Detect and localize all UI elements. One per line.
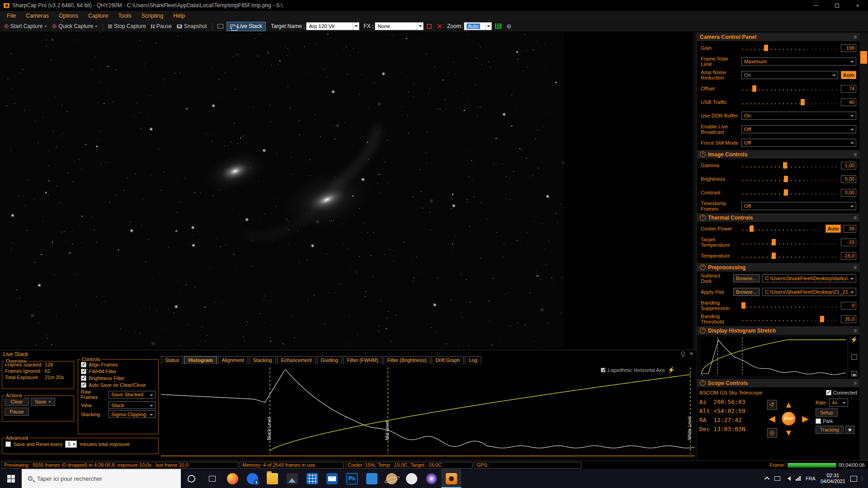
collapse-icon[interactable] [700, 215, 706, 221]
target-temp-value[interactable]: -15 [841, 239, 856, 246]
frame-rate-select[interactable]: Maximum [741, 57, 856, 66]
menu-capture[interactable]: Capture [83, 12, 113, 20]
taskbar-app-white[interactable] [401, 469, 421, 488]
task-view-button[interactable] [202, 469, 222, 488]
close-button[interactable]: × [847, 0, 868, 11]
brightness-value[interactable]: 0,00 [841, 175, 856, 183]
clear-button[interactable]: Clear [5, 398, 29, 406]
menu-icon[interactable] [854, 151, 857, 158]
menu-help[interactable]: Help [168, 12, 190, 20]
taskbar-app-planetarium[interactable] [382, 469, 401, 488]
tab-filter-brightness[interactable]: Filter (Brightness) [383, 356, 431, 364]
checkbox[interactable] [601, 368, 605, 372]
amp-noise-auto-button[interactable]: Auto [841, 71, 856, 79]
slew-right-button[interactable]: ▶ [802, 414, 809, 423]
subtract-dark-browse-button[interactable]: Browse... [733, 274, 760, 282]
tab-status[interactable]: Status [161, 356, 183, 364]
tab-guiding[interactable]: Guiding [317, 356, 342, 364]
star-icon[interactable]: ★ [845, 426, 854, 434]
stacking-select[interactable]: Sigma Clipping [108, 410, 156, 418]
amp-noise-select[interactable]: On [741, 71, 838, 79]
minutes-spinner[interactable]: 5 [65, 441, 77, 448]
cooler-power-value[interactable]: 39 [844, 225, 856, 233]
tab-alignment[interactable]: Alignment [218, 356, 248, 364]
menu-tools[interactable]: Tools [113, 12, 136, 20]
fwhm-filter-checkbox[interactable]: FWHM Filter [81, 369, 156, 374]
start-capture-button[interactable]: Start Capture [2, 22, 49, 30]
quick-capture-button[interactable]: Quick Capture [50, 22, 99, 30]
target-temp-slider[interactable] [741, 239, 838, 245]
tracking-button[interactable]: Tracking [816, 426, 844, 434]
collapse-icon[interactable] [700, 328, 706, 333]
snapshot-button[interactable]: Snapshot [175, 22, 209, 30]
selection-area-button[interactable] [425, 23, 434, 30]
menu-icon[interactable] [854, 215, 857, 221]
save-reset-checkbox[interactable] [5, 441, 11, 447]
taskbar-app-blue[interactable] [362, 469, 382, 488]
reset-stretch-icon[interactable] [851, 354, 857, 360]
display-icon[interactable] [774, 476, 780, 481]
black-level-label[interactable]: Black Level [267, 417, 272, 440]
reticle-button[interactable]: ⊕ [505, 22, 514, 30]
language-indicator[interactable]: FRA [806, 476, 816, 481]
auto-stretch-icon[interactable] [668, 367, 675, 373]
taskbar-search[interactable]: Taper ici pour rechercher [22, 469, 181, 488]
pause-button[interactable]: Pause [149, 22, 174, 30]
white-level-label[interactable]: White Level [687, 417, 692, 440]
cooler-power-slider[interactable] [741, 225, 823, 232]
show-desktop-button[interactable] [862, 476, 864, 481]
volume-icon[interactable] [785, 476, 791, 481]
timestamp-select[interactable]: Off [741, 202, 856, 210]
zoom-select[interactable]: Auto [464, 22, 492, 30]
banding-threshold-slider[interactable] [741, 316, 838, 322]
network-icon[interactable] [796, 476, 801, 481]
temperature-slider[interactable] [741, 253, 838, 259]
menu-file[interactable]: File [2, 12, 21, 20]
section-thermal-controls[interactable]: Thermal Controls [697, 213, 859, 222]
setup-button[interactable]: Setup [816, 408, 838, 417]
slider-thumb[interactable] [741, 302, 745, 309]
slider-thumb[interactable] [752, 85, 756, 92]
banding-threshold-value[interactable]: 35,0 [841, 315, 856, 323]
pin-icon[interactable] [681, 352, 685, 356]
subtract-dark-select[interactable]: C:\Users\SharkFleet\Desktop\darks\... [762, 274, 856, 282]
target-name-select[interactable]: Arp 120 Vir [306, 22, 359, 30]
stop-slew-button[interactable]: STOP [782, 412, 796, 426]
brightness-filter-checkbox[interactable]: Brightness Filter [81, 375, 156, 381]
menu-icon[interactable] [854, 328, 857, 334]
cortana-button[interactable] [181, 469, 202, 488]
histogram-tool-button[interactable] [493, 23, 503, 30]
slider-thumb[interactable] [820, 316, 824, 322]
menu-scripting[interactable]: Scripting [137, 12, 169, 20]
gamma-value[interactable]: 1,00 [841, 162, 856, 169]
ddr-buffer-select[interactable]: On [741, 112, 856, 120]
checkbox[interactable] [81, 362, 86, 367]
offset-value[interactable]: 74 [841, 85, 856, 93]
image-viewport[interactable] [0, 32, 697, 350]
panel-scrollbar[interactable] [859, 32, 868, 460]
log-axis-checkbox[interactable]: Logarithmic Horizontal Axis [601, 367, 665, 373]
usb-traffic-value[interactable]: 40 [841, 99, 856, 106]
section-preprocessing[interactable]: Preprocessing [697, 263, 859, 272]
viewport-scrollbar[interactable] [693, 32, 697, 350]
scrollbar-thumb[interactable] [860, 51, 867, 64]
slew-left-button[interactable]: ◀ [769, 414, 775, 423]
tab-filter-fwhm[interactable]: Filter (FWHM) [343, 356, 382, 364]
offset-slider[interactable] [741, 85, 838, 92]
action-center-icon[interactable] [850, 476, 857, 482]
live-stack-button[interactable]: Live Stack [226, 22, 266, 31]
slider-thumb[interactable] [772, 253, 776, 259]
collapse-icon[interactable] [700, 151, 706, 157]
menu-icon[interactable] [854, 264, 857, 271]
connected-chec kbox[interactable] [826, 390, 831, 395]
tab-histogram[interactable]: Histogram [184, 356, 217, 364]
gain-value[interactable]: 198 [841, 44, 856, 52]
menu-options[interactable]: Options [54, 12, 83, 20]
tab-stacking[interactable]: Stacking [249, 356, 276, 364]
slider-thumb[interactable] [750, 225, 754, 232]
minimize-button[interactable] [806, 0, 826, 11]
taskbar-app-browser[interactable] [222, 469, 242, 488]
tab-log[interactable]: Log [465, 356, 481, 364]
slider-thumb[interactable] [764, 45, 768, 51]
stop-capture-button[interactable]: Stop Capture [106, 22, 148, 30]
